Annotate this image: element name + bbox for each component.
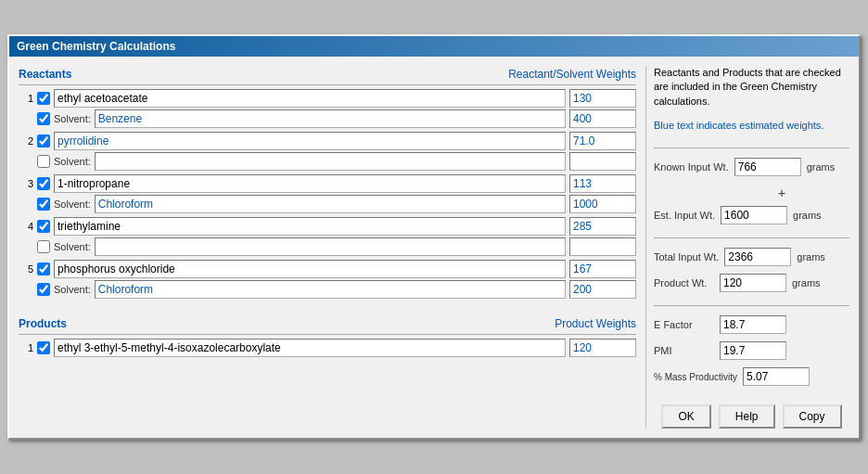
- solvent-weight-5[interactable]: [569, 280, 636, 299]
- solvent-label-4: Solvent:: [54, 241, 91, 252]
- reactants-col-header: Reactant/Solvent Weights: [508, 68, 636, 81]
- solvent-row-5: Solvent:: [37, 280, 636, 299]
- known-input-label: Known Input Wt.: [654, 161, 729, 173]
- reactant-name-4[interactable]: [54, 217, 566, 236]
- row-num-4: 4: [19, 221, 33, 232]
- title-bar: Green Chemistry Calculations: [9, 36, 859, 57]
- solvent-label-1: Solvent:: [54, 113, 91, 124]
- product-wt-unit: grams: [792, 277, 821, 288]
- reactant-row-3: 3: [19, 174, 636, 193]
- efactor-field[interactable]: [720, 315, 786, 334]
- est-input-unit: grams: [793, 210, 822, 221]
- blue-note: Blue text indicates estimated weights.: [654, 120, 849, 131]
- product-row-1: 1: [19, 339, 636, 357]
- solvent-checkbox-1[interactable]: [37, 112, 50, 125]
- products-title: Products: [19, 317, 67, 330]
- row-num-2: 2: [19, 135, 33, 147]
- pmi-label: PMI: [654, 345, 714, 356]
- product-wt-field[interactable]: [720, 274, 786, 292]
- reactants-header: Reactants Reactant/Solvent Weights: [19, 66, 636, 85]
- pmi-field[interactable]: [720, 341, 786, 360]
- reactant-weight-2[interactable]: [569, 132, 636, 150]
- reactant-row-4: 4: [19, 217, 636, 236]
- product-wt-label: Product Wt.: [654, 277, 714, 288]
- known-input-unit: grams: [807, 161, 836, 173]
- total-input-row: Total Input Wt. grams: [654, 248, 849, 266]
- solvent-row-1: Solvent:: [37, 109, 636, 128]
- solvent-row-4: Solvent:: [37, 237, 636, 256]
- solvent-weight-3[interactable]: [569, 195, 636, 213]
- mass-prod-field[interactable]: [743, 367, 810, 386]
- known-input-row: Known Input Wt. grams: [654, 158, 849, 176]
- solvent-label-5: Solvent:: [54, 284, 91, 295]
- reactant-row-2: 2: [19, 132, 636, 150]
- solvent-row-3: Solvent:: [37, 195, 636, 213]
- reactant-row-1: 1: [19, 89, 636, 108]
- row-num-1: 1: [19, 93, 33, 104]
- left-panel: Reactants Reactant/Solvent Weights 1 Sol…: [19, 66, 636, 429]
- row-num-3: 3: [19, 178, 33, 189]
- solvent-checkbox-2[interactable]: [37, 155, 50, 168]
- solvent-label-2: Solvent:: [54, 156, 91, 167]
- divider-1: [654, 147, 849, 148]
- solvent-row-2: Solvent:: [37, 152, 636, 171]
- total-input-field[interactable]: [724, 248, 791, 266]
- info-description: Reactants and Products that are checked …: [654, 66, 849, 109]
- reactant-name-1[interactable]: [54, 89, 566, 108]
- reactants-section: Reactants Reactant/Solvent Weights 1 Sol…: [19, 66, 636, 302]
- product-wt-row: Product Wt. grams: [654, 274, 849, 292]
- reactant-weight-1[interactable]: [569, 89, 636, 108]
- solvent-name-1[interactable]: [95, 109, 566, 128]
- products-col-header: Product Weights: [555, 317, 636, 330]
- reactant-weight-3[interactable]: [569, 174, 636, 193]
- reactant-name-2[interactable]: [54, 132, 566, 150]
- efactor-row: E Factor: [654, 315, 849, 334]
- mass-prod-row: % Mass Productivity: [654, 367, 849, 386]
- pmi-row: PMI: [654, 341, 849, 360]
- total-input-label: Total Input Wt.: [654, 251, 719, 263]
- solvent-label-3: Solvent:: [54, 199, 91, 210]
- products-section: Products Product Weights 1: [19, 315, 636, 359]
- product-name-1[interactable]: [54, 339, 566, 357]
- product-checkbox-1[interactable]: [37, 341, 50, 354]
- reactant-row-5: 5: [19, 260, 636, 278]
- solvent-checkbox-3[interactable]: [37, 198, 50, 211]
- est-input-field[interactable]: [721, 206, 787, 224]
- solvent-checkbox-4[interactable]: [37, 240, 50, 253]
- reactant-weight-5[interactable]: [569, 260, 636, 278]
- buttons-row: OK Help Copy: [654, 404, 849, 429]
- solvent-name-3[interactable]: [95, 195, 566, 213]
- solvent-name-2[interactable]: [95, 152, 566, 171]
- reactant-checkbox-5[interactable]: [37, 263, 50, 275]
- divider-2: [654, 237, 849, 238]
- reactant-checkbox-1[interactable]: [37, 92, 50, 105]
- reactants-title: Reactants: [19, 68, 71, 81]
- product-weight-1[interactable]: [569, 339, 636, 357]
- reactant-checkbox-4[interactable]: [37, 220, 50, 233]
- efactor-label: E Factor: [654, 319, 714, 330]
- est-input-label: Est. Input Wt.: [654, 210, 715, 221]
- est-input-row: Est. Input Wt. grams: [654, 206, 849, 224]
- solvent-weight-4[interactable]: [569, 237, 636, 256]
- product-num-1: 1: [19, 342, 33, 353]
- products-header: Products Product Weights: [19, 315, 636, 335]
- solvent-name-5[interactable]: [95, 280, 566, 299]
- solvent-weight-2[interactable]: [569, 152, 636, 171]
- ok-button[interactable]: OK: [661, 404, 710, 429]
- reactant-weight-4[interactable]: [569, 217, 636, 236]
- copy-button[interactable]: Copy: [783, 404, 842, 429]
- reactant-checkbox-2[interactable]: [37, 135, 50, 147]
- reactant-name-3[interactable]: [54, 174, 566, 193]
- help-button[interactable]: Help: [719, 404, 775, 429]
- solvent-name-4[interactable]: [95, 237, 566, 256]
- known-input-field[interactable]: [734, 158, 801, 176]
- solvent-weight-1[interactable]: [569, 109, 636, 128]
- divider-3: [654, 305, 849, 306]
- reactant-checkbox-3[interactable]: [37, 177, 50, 190]
- plus-sign: +: [714, 184, 849, 202]
- right-panel: Reactants and Products that are checked …: [645, 66, 849, 429]
- row-num-5: 5: [19, 263, 33, 275]
- window-title: Green Chemistry Calculations: [17, 40, 175, 53]
- solvent-checkbox-5[interactable]: [37, 283, 50, 296]
- reactant-name-5[interactable]: [54, 260, 566, 278]
